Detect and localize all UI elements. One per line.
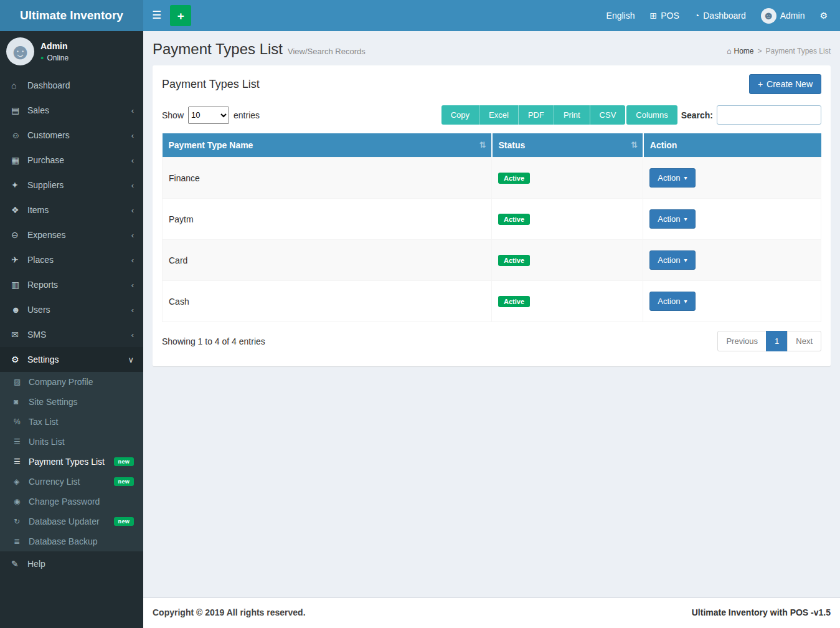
sidebar-item-settings[interactable]: ⚙ Settings ∨ (0, 347, 143, 372)
sidebar-item-places[interactable]: ✈ Places ‹ (0, 247, 143, 272)
search-input[interactable] (717, 105, 821, 125)
sidebar-item-label: Settings (27, 354, 128, 364)
items-icon: ❖ (11, 205, 27, 215)
pos-label: POS (661, 0, 679, 31)
purchase-icon: ▦ (11, 155, 27, 165)
submenu-label: Tax List (29, 417, 58, 427)
payment-type-name-cell: Cash (163, 281, 492, 322)
payment-type-name-cell: Finance (163, 158, 492, 199)
sidebar-item-currency-list[interactable]: ◈ Currency List new (0, 472, 143, 492)
column-header-status[interactable]: Status ⇅ (492, 133, 643, 158)
submenu-label: Site Settings (29, 397, 78, 407)
sidebar-item-customers[interactable]: ☺ Customers ‹ (0, 123, 143, 148)
quick-add-button[interactable]: + (170, 5, 191, 26)
next-page-button[interactable]: Next (787, 331, 821, 351)
brand-logo[interactable]: Ultimate Inventory (0, 0, 143, 31)
sidebar-item-label: Sales (27, 105, 131, 115)
list-icon: ☰ (14, 437, 29, 446)
search-control: Search: (681, 105, 821, 125)
refresh-icon: ↻ (14, 517, 29, 526)
briefcase-icon: ▨ (14, 378, 29, 386)
caret-down-icon: ▾ (684, 298, 687, 305)
shield-icon: ◙ (14, 397, 29, 406)
chevron-left-icon: ‹ (131, 255, 134, 265)
help-icon: ✎ (11, 559, 27, 569)
breadcrumb-separator: > (757, 47, 762, 55)
sidebar-item-suppliers[interactable]: ✦ Suppliers ‹ (0, 173, 143, 197)
sidebar-item-units-list[interactable]: ☰ Units List (0, 432, 143, 452)
pos-icon: ⊞ (649, 0, 657, 31)
sidebar-item-site-settings[interactable]: ◙ Site Settings (0, 392, 143, 412)
currency-icon: ◈ (14, 477, 29, 486)
page-length-select[interactable]: 10 (188, 107, 229, 124)
sidebar-menu: ⌂ Dashboard ▤ Sales ‹ ☺ Customers ‹ ▦ Pu… (0, 73, 143, 372)
sidebar-item-database-updater[interactable]: ↻ Database Updater new (0, 511, 143, 531)
page-1-button[interactable]: 1 (766, 331, 788, 351)
action-dropdown-button[interactable]: Action ▾ (649, 292, 695, 311)
payment-type-name-cell: Paytm (163, 199, 492, 240)
excel-button[interactable]: Excel (479, 105, 519, 125)
previous-page-button[interactable]: Previous (717, 331, 767, 351)
chevron-down-icon: ∨ (128, 355, 134, 364)
sidebar-item-database-backup[interactable]: ≣ Database Backup (0, 531, 143, 551)
sidebar-item-label: Users (27, 305, 131, 315)
sidebar-item-label: Expenses (27, 230, 131, 240)
sidebar-item-help[interactable]: ✎ Help (0, 551, 143, 576)
submenu-label: Payment Types List (29, 457, 105, 467)
chevron-left-icon: ‹ (131, 131, 134, 140)
payment-types-table: Payment Type Name ⇅ Status ⇅ Action (162, 133, 821, 322)
chevron-left-icon: ‹ (131, 156, 134, 165)
entries-label: entries (234, 110, 260, 120)
pdf-button[interactable]: PDF (519, 105, 554, 125)
sort-icon[interactable]: ⇅ (631, 140, 638, 150)
sidebar-item-label: Suppliers (27, 180, 131, 190)
sidebar-item-change-password[interactable]: ◉ Change Password (0, 492, 143, 511)
action-dropdown-button[interactable]: Action ▾ (649, 168, 695, 188)
action-dropdown-button[interactable]: Action ▾ (649, 250, 695, 270)
sidebar-item-sms[interactable]: ✉ SMS ‹ (0, 322, 143, 347)
sort-icon[interactable]: ⇅ (479, 140, 486, 150)
pos-link[interactable]: ⊞ POS (642, 0, 686, 31)
user-menu[interactable]: ☻ Admin (753, 0, 813, 31)
settings-menu[interactable]: ⚙ (812, 0, 835, 31)
gear-icon: ⚙ (11, 354, 27, 364)
column-header-label: Status (499, 140, 526, 150)
caret-down-icon: ▾ (684, 257, 687, 264)
sidebar-item-items[interactable]: ❖ Items ‹ (0, 197, 143, 222)
sidebar-item-tax-list[interactable]: % Tax List (0, 412, 143, 432)
sidebar-item-company-profile[interactable]: ▨ Company Profile (0, 372, 143, 392)
sidebar-menu-bottom: ✎ Help (0, 551, 143, 576)
columns-button[interactable]: Columns (626, 105, 677, 125)
gears-icon: ⚙ (819, 0, 828, 31)
sidebar-toggle-icon[interactable]: ☰ (143, 0, 170, 31)
csv-button[interactable]: CSV (590, 105, 626, 125)
users-icon: ☻ (11, 305, 27, 315)
create-new-button[interactable]: + Create New (749, 74, 821, 94)
status-badge: Active (498, 214, 530, 225)
breadcrumb-home[interactable]: ⌂ Home (727, 47, 753, 55)
new-badge: new (114, 457, 134, 466)
sidebar-item-sales[interactable]: ▤ Sales ‹ (0, 98, 143, 123)
online-dot-icon: ● (40, 55, 44, 61)
chevron-left-icon: ‹ (131, 305, 134, 315)
table-row: Finance Active Action ▾ (163, 158, 821, 199)
action-dropdown-button[interactable]: Action ▾ (649, 209, 695, 229)
language-menu[interactable]: English (599, 0, 643, 31)
sidebar-item-purchase[interactable]: ▦ Purchase ‹ (0, 148, 143, 173)
column-header-payment-type-name[interactable]: Payment Type Name ⇅ (163, 133, 492, 158)
copy-button[interactable]: Copy (441, 105, 479, 125)
sidebar-item-label: Purchase (27, 155, 131, 165)
new-badge: new (114, 517, 134, 526)
sidebar-item-payment-types-list[interactable]: ☰ Payment Types List new (0, 452, 143, 472)
sidebar-item-dashboard[interactable]: ⌂ Dashboard (0, 73, 143, 98)
sidebar-item-expenses[interactable]: ⊖ Expenses ‹ (0, 222, 143, 247)
column-header-label: Action (650, 140, 677, 150)
sidebar-item-users[interactable]: ☻ Users ‹ (0, 297, 143, 322)
action-label: Action (658, 255, 680, 265)
sidebar: ☻ Admin ● Online ⌂ Dashboard ▤ Sales ‹ ☺… (0, 31, 143, 628)
print-button[interactable]: Print (554, 105, 590, 125)
caret-down-icon: ▾ (684, 216, 687, 222)
expenses-icon: ⊖ (11, 230, 27, 240)
sidebar-item-reports[interactable]: ▥ Reports ‹ (0, 272, 143, 297)
dashboard-link[interactable]: ◔ Dashboard (687, 0, 753, 31)
